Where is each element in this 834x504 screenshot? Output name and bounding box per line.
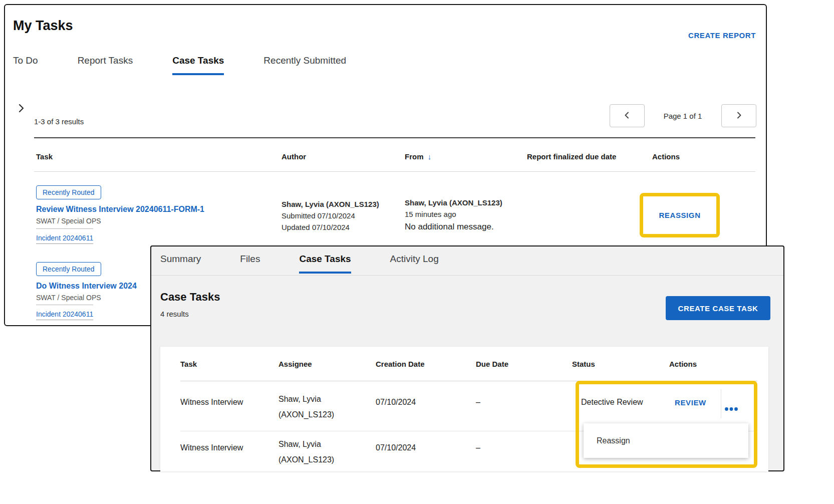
column-header-author: Author [282, 152, 306, 161]
tab-case-tasks[interactable]: Case Tasks [172, 55, 224, 75]
incident-link-wrap: Incident 20240611 [36, 228, 93, 244]
column-header-task: Task [36, 152, 53, 161]
tab-to-do[interactable]: To Do [13, 55, 38, 75]
task-title-link[interactable]: Do Witness Interview 2024 [36, 282, 137, 291]
tab-activity-log[interactable]: Activity Log [390, 254, 439, 274]
assignee-id: (AXON_LS123) [279, 452, 334, 467]
incident-link[interactable]: Incident 20240611 [36, 310, 93, 320]
from-cell: Shaw, Lyvia (AXON_LS123) 15 minutes ago … [405, 197, 502, 232]
column-header-due-date: Report finalized due date [527, 152, 616, 161]
column-header-due-date: Due Date [476, 360, 508, 368]
author-updated: Updated 07/10/2024 [282, 221, 379, 233]
due-date: – [476, 398, 480, 407]
status-badge: Recently Routed [36, 262, 101, 276]
menu-item-reassign[interactable]: Reassign [584, 423, 748, 458]
assignee-name: Shaw, Lyvia [279, 436, 334, 452]
create-report-button[interactable]: CREATE REPORT [688, 31, 756, 40]
from-message: No additional message. [405, 221, 502, 232]
author-submitted: Submitted 07/10/2024 [282, 210, 379, 221]
reassign-button[interactable]: REASSIGN [659, 211, 700, 219]
assignee-cell: Shaw, Lyvia (AXON_LS123) [279, 436, 334, 467]
more-actions-icon [724, 405, 738, 413]
assignee-cell: Shaw, Lyvia (AXON_LS123) [279, 391, 334, 422]
from-time: 15 minutes ago [405, 208, 502, 220]
status-badge: Recently Routed [36, 185, 101, 199]
author-name: Shaw, Lyvia (AXON_LS123) [282, 198, 379, 210]
column-header-from-label: From [405, 152, 424, 161]
task-name: Witness Interview [180, 443, 243, 452]
results-count: 1-3 of 3 results [34, 117, 84, 126]
column-header-creation-date: Creation Date [376, 360, 425, 368]
author-cell: Shaw, Lyvia (AXON_LS123) Submitted 07/10… [282, 198, 379, 233]
assignee-name: Shaw, Lyvia [279, 391, 334, 407]
due-date: – [476, 443, 480, 452]
task-title-link[interactable]: Review Witness Interview 20240611-FORM-1 [36, 205, 204, 214]
tab-report-tasks[interactable]: Report Tasks [78, 55, 133, 75]
task-org: SWAT / Special OPS [36, 217, 101, 225]
sort-descending-icon: ↓ [428, 152, 432, 161]
tab-recently-submitted[interactable]: Recently Submitted [263, 55, 346, 75]
page-indicator: Page 1 of 1 [644, 104, 721, 127]
tab-summary[interactable]: Summary [160, 254, 201, 274]
prev-page-button[interactable] [610, 104, 645, 127]
incident-link-wrap: Incident 20240611 [36, 305, 93, 320]
section-heading: Case Tasks [160, 291, 220, 304]
from-name: Shaw, Lyvia (AXON_LS123) [405, 197, 502, 208]
create-case-task-button[interactable]: CREATE CASE TASK [666, 296, 770, 320]
column-header-assignee: Assignee [279, 360, 312, 368]
column-header-task: Task [180, 360, 197, 368]
more-actions-button[interactable] [724, 405, 738, 413]
my-tasks-tab-bar: To Do Report Tasks Case Tasks Recently S… [13, 55, 346, 75]
page-title: My Tasks [13, 18, 73, 34]
task-org: SWAT / Special OPS [36, 294, 101, 302]
chevron-right-icon [735, 111, 743, 121]
task-name: Witness Interview [180, 398, 243, 407]
next-page-button[interactable] [721, 104, 756, 127]
column-header-status: Status [572, 360, 595, 368]
highlight-annotation: REASSIGN [640, 193, 720, 237]
expand-panel-chevron-icon[interactable] [16, 103, 26, 115]
creation-date: 07/10/2024 [376, 398, 416, 407]
results-count: 4 results [160, 310, 189, 318]
case-detail-window: Summary Files Case Tasks Activity Log Ca… [150, 245, 784, 471]
status-value: Detective Review [581, 398, 643, 407]
column-header-actions: Actions [652, 152, 680, 161]
column-header-actions: Actions [669, 360, 697, 368]
incident-link[interactable]: Incident 20240611 [36, 234, 93, 244]
tab-files[interactable]: Files [240, 254, 260, 274]
assignee-id: (AXON_LS123) [279, 407, 334, 422]
creation-date: 07/10/2024 [376, 443, 416, 452]
review-button[interactable]: REVIEW [675, 398, 706, 407]
case-tab-bar: Summary Files Case Tasks Activity Log [160, 254, 439, 274]
chevron-left-icon [623, 111, 631, 121]
tab-case-tasks[interactable]: Case Tasks [299, 254, 351, 274]
column-header-from[interactable]: From ↓ [405, 152, 431, 161]
actions-dropdown-menu: Reassign [584, 423, 748, 458]
